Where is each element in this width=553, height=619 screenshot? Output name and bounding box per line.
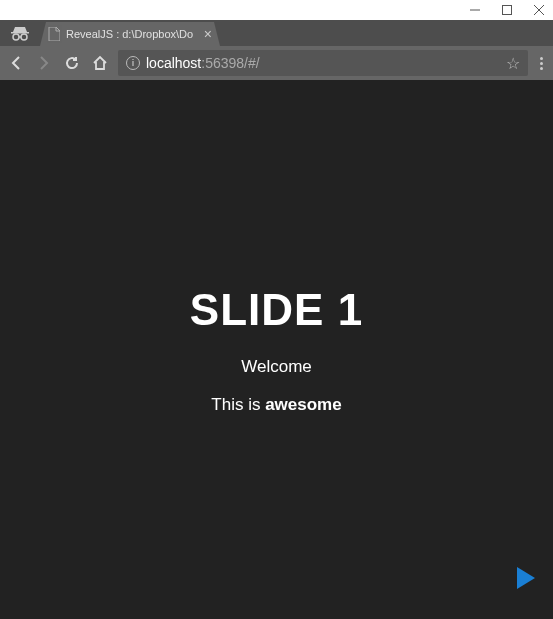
minimize-button[interactable] xyxy=(469,4,481,16)
page-content: SLIDE 1 Welcome This is awesome xyxy=(0,80,553,619)
svg-rect-4 xyxy=(11,32,29,34)
svg-rect-1 xyxy=(503,6,512,15)
slide-title: SLIDE 1 xyxy=(190,285,363,335)
menu-button[interactable] xyxy=(536,57,547,70)
incognito-icon xyxy=(0,20,40,46)
forward-button[interactable] xyxy=(34,53,54,73)
next-slide-arrow-icon[interactable] xyxy=(517,567,535,589)
address-bar: i localhost:56398/#/ ☆ xyxy=(0,46,553,80)
page-icon xyxy=(48,27,60,41)
tab-title: RevealJS : d:\Dropbox\Do xyxy=(66,28,198,40)
browser-tab[interactable]: RevealJS : d:\Dropbox\Do × xyxy=(40,22,220,46)
maximize-button[interactable] xyxy=(501,4,513,16)
home-button[interactable] xyxy=(90,53,110,73)
tab-bar: RevealJS : d:\Dropbox\Do × xyxy=(0,20,553,46)
url-input[interactable]: i localhost:56398/#/ ☆ xyxy=(118,50,528,76)
reload-button[interactable] xyxy=(62,53,82,73)
svg-point-5 xyxy=(13,34,19,40)
window-titlebar xyxy=(0,0,553,20)
back-button[interactable] xyxy=(6,53,26,73)
slide-text: This is awesome xyxy=(211,395,341,415)
close-window-button[interactable] xyxy=(533,4,545,16)
slide-subtitle: Welcome xyxy=(241,357,312,377)
window-controls xyxy=(469,4,545,16)
site-info-icon[interactable]: i xyxy=(126,56,140,70)
bookmark-star-icon[interactable]: ☆ xyxy=(506,54,520,73)
svg-point-6 xyxy=(21,34,27,40)
url-text: localhost:56398/#/ xyxy=(146,55,260,71)
tab-close-button[interactable]: × xyxy=(204,26,212,42)
